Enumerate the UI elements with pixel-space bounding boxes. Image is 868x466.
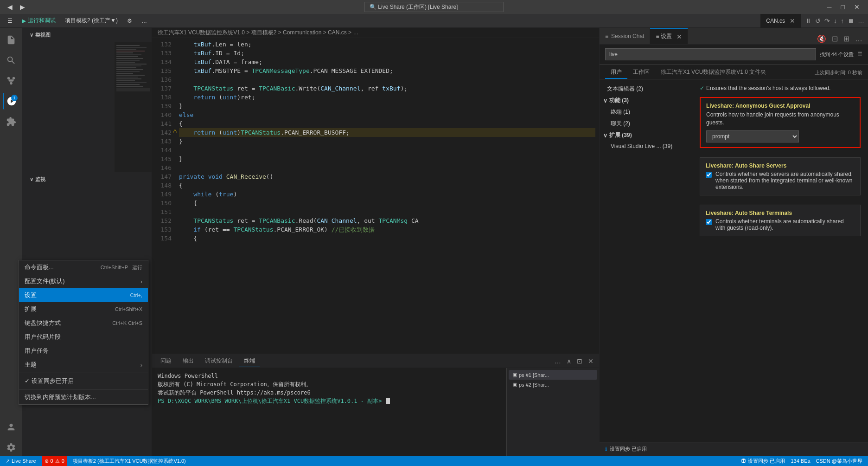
tab-debug-console[interactable]: 调试控制台 xyxy=(200,355,237,367)
settings-tab-user[interactable]: 用户 xyxy=(605,66,627,79)
activity-account[interactable] xyxy=(3,419,19,435)
settings-nav-chat[interactable]: 聊天 (2) xyxy=(600,118,692,129)
settings-guest-title: Liveshare: Anonymous Guest Approval xyxy=(706,103,854,109)
menu-snippets[interactable]: 用户代码片段 xyxy=(19,330,148,344)
code-line: else xyxy=(179,110,595,119)
forward-button[interactable]: ▶ xyxy=(17,2,28,12)
window-minimize[interactable]: ─ xyxy=(823,2,836,12)
settings-filter-icon[interactable]: ☰ xyxy=(857,51,862,58)
settings-nav-terminal[interactable]: 终端 (1) xyxy=(600,106,692,118)
settings-guest-dropdown[interactable]: prompt accept reject xyxy=(706,130,799,142)
menu-shortcut: Ctrl+K Ctrl+S xyxy=(112,320,142,326)
tab-session-chat[interactable]: ≡ Session Chat xyxy=(600,28,650,44)
statusbar-errors[interactable]: ⊗ 0 ⚠ 0 xyxy=(42,456,67,466)
file-tab-can[interactable]: CAN.cs ✕ xyxy=(760,13,801,29)
panel-more[interactable]: … xyxy=(553,356,563,366)
statusbar-project[interactable]: 项目模板2 (徐工工汽车X1 VCU数据监控系统V1.0) xyxy=(71,456,188,466)
stop-button[interactable]: ⏹ xyxy=(848,17,854,25)
settings-search-input[interactable] xyxy=(605,48,816,60)
settings-nav-features[interactable]: ∨ 功能 (3) xyxy=(600,95,692,106)
terminal-tab-1[interactable]: ▣ ps #1 [Shar... xyxy=(509,370,597,380)
tab-settings[interactable]: ≡ 设置 ✕ xyxy=(650,28,688,44)
activity-source-control[interactable] xyxy=(3,72,19,89)
info-icon: ℹ xyxy=(605,446,607,452)
terminal-content[interactable]: Windows PowerShell 版权所有 (C) Microsoft Co… xyxy=(152,368,506,456)
project-selector[interactable]: 项目模板2 (徐工产▼) xyxy=(61,15,121,26)
settings-tab-folder[interactable]: 徐工汽车X1 VCU数据监控系统V1.0 文件夹 xyxy=(655,66,772,79)
settings-servers-checkbox[interactable] xyxy=(706,172,712,178)
settings-tab-workspace[interactable]: 工作区 xyxy=(627,66,655,79)
menu-keyboard[interactable]: 键盘快捷方式 Ctrl+K Ctrl+S xyxy=(19,316,148,330)
activity-files[interactable] xyxy=(3,32,19,48)
code-line: { xyxy=(179,234,595,243)
menu-sync-enabled[interactable]: ✓ 设置同步已开启 xyxy=(19,374,148,388)
menu-profile[interactable]: 配置文件(默认) › xyxy=(19,274,148,288)
settings-terminals-checkbox[interactable] xyxy=(706,219,712,225)
restart-button[interactable]: ↺ xyxy=(815,17,821,25)
panel-layout[interactable]: ⊡ xyxy=(830,33,840,44)
editor-toolbar-actions: CAN.cs ✕ ⏸ ↺ ↷ ↓ ↑ ⏹ … xyxy=(757,13,864,29)
run-debug-menu[interactable]: ▶ 运行和调试 xyxy=(18,15,59,26)
titlebar-search[interactable]: 🔍 Live Share (工作区) [Live Share] xyxy=(364,2,504,12)
step-over[interactable]: ↷ xyxy=(824,17,830,25)
tab-terminal[interactable]: 终端 xyxy=(239,355,260,367)
statusbar-error-count: 0 xyxy=(51,458,53,464)
sidebar-class-header[interactable]: ∨ 类视图 xyxy=(22,30,152,40)
statusbar-line-col[interactable]: 134 BEa xyxy=(789,456,812,466)
settings-nav-vslive[interactable]: Visual Studio Live ... (39) xyxy=(600,141,692,151)
activity-search[interactable] xyxy=(3,52,19,69)
panel-close[interactable]: ✕ xyxy=(586,356,595,366)
pause-button[interactable]: ⏸ xyxy=(805,17,811,25)
panel-mute[interactable]: 🔇 xyxy=(815,33,828,44)
error-icon: ⊗ xyxy=(45,458,49,464)
settings-tree: 文本编辑器 (2) ∨ 功能 (3) 终端 (1) 聊天 (2) ∨ 扩展 (3… xyxy=(600,79,868,442)
settings-nav-text-editor[interactable]: 文本编辑器 (2) xyxy=(600,83,692,95)
terminal-line: 尝试新的跨平台 PowerShell https://aka.ms/pscore… xyxy=(158,388,501,397)
window-close[interactable]: ✕ xyxy=(850,2,863,12)
panel-more-actions[interactable]: … xyxy=(853,34,864,44)
settings-gear[interactable]: ⚙ xyxy=(123,16,136,26)
step-into[interactable]: ↓ xyxy=(834,17,837,25)
menu-insider[interactable]: 切换到内部预览计划版本... xyxy=(19,390,148,404)
file-tab-close[interactable]: ✕ xyxy=(790,17,795,25)
liveshare-icon: ↗ xyxy=(6,458,10,464)
sync-icon: ⓵ xyxy=(741,458,746,464)
statusbar-warning-count: 0 xyxy=(62,458,64,464)
code-line: private void CAN_Receive() xyxy=(179,172,595,181)
activity-extensions[interactable] xyxy=(3,113,19,130)
activity-run-debug[interactable]: 1 xyxy=(3,93,19,110)
always-follow-note: ✓ Ensures that the session's host is alw… xyxy=(700,85,861,91)
panel-maximize[interactable]: ⊡ xyxy=(575,356,584,366)
step-out[interactable]: ↑ xyxy=(841,17,844,25)
window-maximize[interactable]: □ xyxy=(837,2,849,12)
menu-tasks[interactable]: 用户任务 xyxy=(19,344,148,358)
titlebar-center: 🔍 Live Share (工作区) [Live Share] xyxy=(364,2,504,12)
tab-problems[interactable]: 问题 xyxy=(156,355,176,367)
menu-extensions[interactable]: 扩展 Ctrl+Shift+X xyxy=(19,302,148,316)
settings-tab-close[interactable]: ✕ xyxy=(677,33,682,40)
statusbar-liveshare[interactable]: ↗ Live Share xyxy=(4,456,38,466)
code-editor[interactable]: txBuf.Len = len; txBuf.ID = Id; txBuf.DA… xyxy=(175,38,599,354)
editor-content[interactable]: 132 133 134 135 136 137 138 139 140 141 … xyxy=(152,38,599,354)
panel-minimize[interactable]: ∧ xyxy=(565,356,573,366)
activity-settings-gear[interactable] xyxy=(3,439,19,456)
sidebar-monitor-label: 监视 xyxy=(35,176,45,183)
debug-more[interactable]: … xyxy=(858,17,864,25)
statusbar-sync[interactable]: ⓵ 设置同步 已启用 xyxy=(739,456,787,466)
session-chat-icon: ≡ xyxy=(605,33,608,39)
panel-split[interactable]: ⊞ xyxy=(842,33,851,44)
tab-output[interactable]: 输出 xyxy=(178,355,198,367)
session-chat-label: Session Chat xyxy=(611,33,644,39)
terminal-tab-2[interactable]: ▣ ps #2 [Shar... xyxy=(509,380,597,389)
hamburger-menu[interactable]: ☰ xyxy=(4,16,16,26)
settings-search-bar: 找到 44 个设置 ☰ xyxy=(600,45,868,65)
sidebar-monitor-header[interactable]: ∨ 监视 xyxy=(22,174,152,185)
settings-nav-extensions[interactable]: ∨ 扩展 (39) xyxy=(600,129,692,141)
menu-settings[interactable]: 设置 Ctrl+, xyxy=(19,288,148,302)
terminal-tabs-panel: ▣ ps #1 [Shar... ▣ ps #2 [Shar... xyxy=(506,368,599,456)
statusbar-csdn[interactable]: CSDN @菜鸟小世界 xyxy=(814,456,864,466)
menu-command-palette[interactable]: 命令面板... Ctrl+Shift+P 运行 xyxy=(19,260,148,274)
more-actions[interactable]: … xyxy=(138,16,151,26)
back-button[interactable]: ◀ xyxy=(5,2,15,12)
menu-theme[interactable]: 主题 › xyxy=(19,358,148,372)
